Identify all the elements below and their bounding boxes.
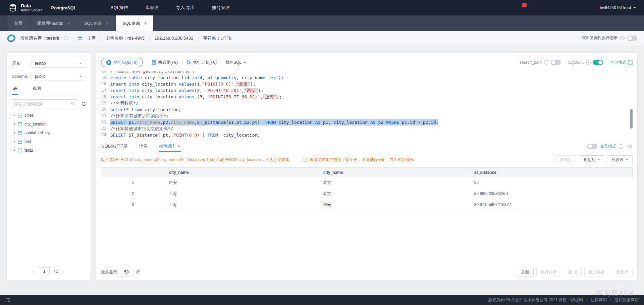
column-settings-button[interactable]: 列设置 bbox=[607, 155, 633, 164]
sidebar-tabs: 表 视图 bbox=[12, 86, 85, 95]
workspace-tab[interactable]: SQL查询× bbox=[116, 15, 153, 31]
grid-action-button[interactable]: 刷新 bbox=[517, 268, 534, 276]
editor-line[interactable]: 23/*计算其他城市到北京的距离*/ bbox=[101, 125, 633, 132]
sql-hint-toggle[interactable] bbox=[593, 60, 603, 65]
top-app-bar: Data Admin Service PostgreSQL SQL操作库管理导入… bbox=[0, 0, 644, 15]
page-number-box[interactable]: 1 bbox=[39, 267, 50, 275]
footer-link[interactable]: 隐私政策声明 bbox=[614, 297, 639, 303]
tab-tables[interactable]: 表 bbox=[12, 86, 18, 95]
my-sql-button[interactable]: 我的SQL bbox=[225, 60, 246, 65]
data-cell[interactable]: 39.87125907216877 bbox=[470, 199, 633, 210]
column-header[interactable]: st_distance bbox=[470, 168, 633, 177]
editor-line[interactable]: 20select* from city_location; bbox=[101, 106, 633, 113]
expand-caret-icon[interactable] bbox=[14, 149, 15, 152]
overwrite-mode-toggle[interactable] bbox=[587, 144, 597, 149]
globe-icon[interactable] bbox=[5, 298, 10, 303]
data-cell[interactable]: 50 bbox=[470, 177, 633, 188]
editor-line[interactable]: 21/*计算所有城市之间的距离*/ bbox=[101, 113, 633, 119]
grid-action-button[interactable]: 提交编辑 bbox=[584, 268, 609, 276]
top-nav-item[interactable]: 账号管理 bbox=[212, 5, 229, 11]
explain-plan-button[interactable]: 执行计划(F6) bbox=[186, 60, 217, 65]
editor-line[interactable]: 17insert into city_location values(2, 'P… bbox=[101, 87, 633, 94]
data-cell[interactable]: 西安 bbox=[319, 199, 470, 210]
editor-line[interactable]: 22SELECT p1.city_name,p2.city_name,ST_Di… bbox=[101, 119, 633, 125]
expand-caret-icon[interactable] bbox=[14, 140, 15, 143]
notification-badge-icon[interactable] bbox=[522, 3, 527, 7]
data-cell[interactable]: 上海 bbox=[165, 188, 319, 199]
data-cell[interactable]: 北京 bbox=[319, 177, 470, 188]
search-icon[interactable] bbox=[71, 102, 75, 106]
sql-editor[interactable]: 14/*创建表,使用 geometry类型存储坐标*/15create tabl… bbox=[101, 71, 633, 139]
top-nav-item[interactable]: 导入.导出 bbox=[176, 5, 195, 11]
data-cell[interactable]: 北京 bbox=[319, 188, 470, 199]
grid-action-button[interactable]: 新 增 bbox=[564, 268, 582, 276]
workspace-tab[interactable]: SQL查询× bbox=[77, 15, 115, 31]
column-header[interactable]: city_name bbox=[165, 168, 319, 177]
editor-line[interactable]: 16insert into city_location values(1,'PO… bbox=[101, 81, 633, 87]
info-icon[interactable]: i bbox=[586, 60, 591, 65]
next-page-icon[interactable]: › bbox=[62, 269, 64, 274]
settings-gear-icon[interactable] bbox=[628, 144, 633, 149]
copy-column-button[interactable]: 复制列 bbox=[579, 155, 604, 164]
run-sql-button[interactable]: 执行SQL(F8) bbox=[101, 58, 143, 67]
workspace-tab[interactable]: 库管理-testdb× bbox=[30, 15, 77, 31]
row-number-cell[interactable]: 1 bbox=[101, 177, 165, 188]
editor-line[interactable]: 15create table city_location (id int4, p… bbox=[101, 74, 633, 81]
line-number: 17 bbox=[101, 87, 110, 94]
info-icon[interactable]: i bbox=[544, 60, 548, 65]
tree-item[interactable]: spatial_ref_sys bbox=[12, 129, 85, 137]
editor-line[interactable]: 14/*创建表,使用 geometry类型存储坐标*/ bbox=[101, 71, 633, 74]
row-number-cell[interactable]: 2 bbox=[101, 188, 165, 199]
grid-action-button[interactable]: 单行详情 bbox=[536, 268, 561, 276]
editor-line[interactable]: 18insert into city_location values (3, '… bbox=[101, 94, 633, 100]
info-icon[interactable]: i bbox=[619, 144, 623, 149]
expand-caret-icon[interactable] bbox=[14, 132, 15, 134]
close-icon[interactable]: × bbox=[177, 143, 180, 149]
prev-page-icon[interactable]: ‹ bbox=[33, 269, 35, 274]
data-cell[interactable]: 西安 bbox=[165, 177, 319, 188]
result-tab[interactable]: 结果集1× bbox=[159, 141, 181, 152]
footer-link[interactable]: 法律声明 bbox=[591, 297, 607, 303]
fullscreen-button[interactable]: 全屏模式 bbox=[610, 60, 633, 65]
top-nav-item[interactable]: 库管理 bbox=[146, 5, 159, 11]
user-menu[interactable]: hw84740751/root bbox=[600, 5, 636, 10]
result-tab[interactable]: 消息 bbox=[139, 141, 149, 152]
tab-close-icon[interactable]: × bbox=[106, 21, 108, 26]
editor-scrollbar[interactable] bbox=[630, 71, 633, 139]
grid-action-button[interactable]: 删除行 bbox=[612, 268, 633, 276]
data-cell[interactable]: 上海 bbox=[165, 199, 319, 210]
row-number-cell[interactable]: 3 bbox=[101, 199, 165, 210]
tab-close-icon[interactable]: × bbox=[144, 21, 147, 26]
editor-line[interactable]: 19/*查看数据*/ bbox=[101, 100, 633, 106]
column-header[interactable] bbox=[101, 168, 165, 177]
tab-close-icon[interactable]: × bbox=[67, 21, 70, 26]
editor-line[interactable]: 24SELECT ST_Distance( pt,'POINT(0 0)') F… bbox=[101, 132, 633, 138]
column-header[interactable]: city_name bbox=[319, 168, 470, 177]
format-sql-button[interactable]: 格式化(F9) bbox=[152, 60, 178, 65]
tree-item[interactable]: test2 bbox=[12, 146, 85, 155]
info-icon[interactable]: i bbox=[64, 36, 68, 40]
expand-caret-icon[interactable] bbox=[14, 123, 15, 125]
table-row[interactable]: 1西安北京50 bbox=[101, 177, 633, 188]
top-nav-item[interactable]: SQL操作 bbox=[111, 5, 128, 11]
schema-select[interactable]: public bbox=[32, 72, 85, 81]
search-path-toggle[interactable] bbox=[551, 60, 561, 65]
search-input[interactable] bbox=[15, 102, 67, 106]
info-icon[interactable]: i bbox=[620, 36, 625, 40]
table-row[interactable]: 3上海西安39.87125907216877 bbox=[101, 199, 633, 210]
tree-item[interactable]: city_location bbox=[12, 120, 85, 129]
table-row[interactable]: 2上海北京86.8822035862351 bbox=[101, 188, 633, 199]
data-cell[interactable]: 86.8822035862351 bbox=[470, 188, 633, 199]
expand-caret-icon[interactable] bbox=[14, 114, 15, 117]
db-select[interactable]: testdb bbox=[32, 59, 85, 68]
result-tab[interactable]: SQL执行记录 bbox=[101, 141, 128, 152]
tree-item[interactable]: test bbox=[12, 137, 85, 146]
workspace-tab[interactable]: 首页 bbox=[7, 15, 30, 31]
sql-save-toggle[interactable] bbox=[627, 36, 637, 41]
max-rows-input[interactable] bbox=[120, 268, 133, 276]
tab-views[interactable]: 视图 bbox=[31, 86, 42, 95]
refresh-icon[interactable] bbox=[81, 100, 86, 108]
tree-item[interactable]: cities bbox=[12, 111, 85, 120]
copy-row-button[interactable]: 复制行 bbox=[555, 155, 576, 164]
scrollbar-thumb[interactable] bbox=[630, 109, 633, 129]
